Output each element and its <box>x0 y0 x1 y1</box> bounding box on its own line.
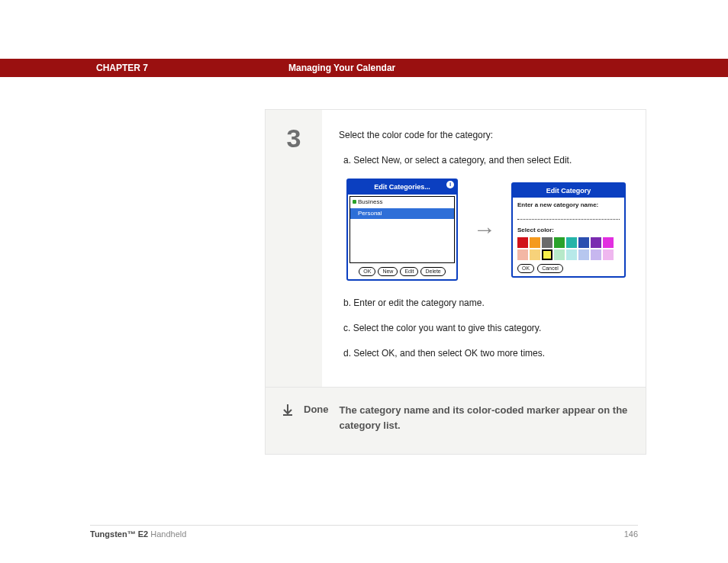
color-swatch[interactable] <box>566 249 577 260</box>
step-body: Select the color code for the category: … <box>322 110 646 387</box>
category-listbox[interactable]: Business Personal <box>350 196 455 263</box>
color-swatch[interactable] <box>591 237 601 248</box>
list-item[interactable]: Business <box>350 197 454 208</box>
substep-a: a. Select New, or select a category, and… <box>343 153 629 168</box>
step-container: 3 Select the color code for the category… <box>265 109 646 455</box>
chapter-label: CHAPTER 7 <box>96 63 148 73</box>
color-swatch[interactable] <box>603 249 614 260</box>
name-input[interactable] <box>517 212 620 220</box>
done-label: Done <box>304 404 329 415</box>
cancel-button[interactable]: Cancel <box>537 264 563 273</box>
ok-button[interactable]: OK <box>359 267 375 276</box>
color-swatch[interactable] <box>591 249 601 260</box>
done-arrow-icon <box>282 404 293 418</box>
substep-c: c. Select the color you want to give thi… <box>343 321 629 336</box>
color-swatch[interactable] <box>578 249 589 260</box>
color-swatch[interactable] <box>530 249 540 260</box>
delete-button[interactable]: Delete <box>420 267 445 276</box>
color-swatch[interactable] <box>578 237 589 248</box>
done-bar: Done The category name and its color-cod… <box>266 387 646 454</box>
color-swatch[interactable] <box>542 249 552 260</box>
arrow-icon: → <box>473 211 496 248</box>
edit-category-dialog: Edit Category Enter a new category name:… <box>511 182 626 278</box>
color-swatch[interactable] <box>554 249 565 260</box>
enter-name-label: Enter a new category name: <box>517 201 620 211</box>
step-intro: Select the color code for the category: <box>339 128 629 143</box>
new-button[interactable]: New <box>378 267 398 276</box>
page-number: 146 <box>624 529 638 539</box>
dialog-title: Edit Categories... i <box>348 180 456 194</box>
color-swatch[interactable] <box>566 237 577 248</box>
info-icon[interactable]: i <box>446 181 454 188</box>
dialog-title: Edit Category <box>513 184 624 198</box>
list-item[interactable]: Personal <box>350 208 454 220</box>
color-swatch[interactable] <box>542 237 552 248</box>
substep-d: d. Select OK, and then select OK two mor… <box>343 346 629 361</box>
select-color-label: Select color: <box>517 226 620 236</box>
edit-categories-dialog: Edit Categories... i Business Personal O… <box>346 179 458 280</box>
color-swatch[interactable] <box>517 249 528 260</box>
footer-rule <box>90 525 638 526</box>
color-swatch[interactable] <box>554 237 565 248</box>
color-swatch-grid <box>517 237 620 260</box>
section-title: Managing Your Calendar <box>288 63 395 73</box>
footer-product: Tungsten™ E2 Handheld <box>90 529 186 539</box>
edit-button[interactable]: Edit <box>400 267 418 276</box>
chapter-header-bar: CHAPTER 7 Managing Your Calendar <box>0 59 728 77</box>
color-swatch[interactable] <box>603 237 614 248</box>
substep-b: b. Enter or edit the category name. <box>343 296 629 310</box>
color-swatch[interactable] <box>530 237 540 248</box>
done-text: The category name and its color-coded ma… <box>340 403 630 433</box>
step-number: 3 <box>266 110 322 387</box>
ok-button[interactable]: OK <box>517 264 534 273</box>
color-swatch[interactable] <box>517 237 528 248</box>
